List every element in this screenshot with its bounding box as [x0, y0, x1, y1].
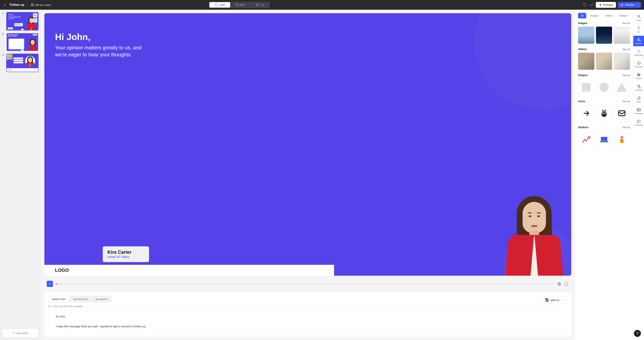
tool-templates[interactable]: Templates: [633, 106, 644, 116]
sparkle-icon: [636, 84, 641, 89]
presenter-name: Kira Carter: [108, 249, 132, 255]
tool-interactivity[interactable]: Interactivity: [633, 47, 644, 58]
progress-knob[interactable]: [55, 283, 58, 285]
speaker-icon: [621, 3, 624, 6]
svg-rect-13: [619, 111, 625, 116]
add-slide-button[interactable]: + Add slide: [2, 329, 38, 338]
us-flag-icon: [545, 298, 549, 302]
timer-off-icon[interactable]: [557, 282, 561, 286]
preview-button[interactable]: Preview: [596, 2, 616, 8]
help-button[interactable]: ?: [634, 330, 641, 337]
filter-scroll-right[interactable]: [625, 13, 630, 18]
speech-text-editor[interactable]: Hi John, I hope this message finds you w…: [48, 310, 568, 333]
images-see-all[interactable]: See all: [622, 22, 630, 25]
filter-all[interactable]: All: [578, 13, 586, 18]
tool-elements[interactable]: Elements: [633, 36, 644, 46]
video-asset[interactable]: [596, 53, 612, 70]
shape-circle[interactable]: [596, 79, 612, 96]
svg-point-20: [638, 74, 639, 75]
page-title: Follow up: [10, 3, 24, 6]
image-asset[interactable]: [578, 27, 594, 44]
svg-point-21: [638, 99, 638, 99]
canvas-title: Hi John,: [55, 32, 152, 42]
filter-videos[interactable]: Videos: [602, 13, 616, 18]
play-button[interactable]: [47, 281, 53, 287]
canvas[interactable]: Hi John, Your opinion matters greatly to…: [44, 13, 571, 276]
icon-arrow[interactable]: [578, 105, 594, 122]
tool-comments[interactable]: Comments: [633, 117, 644, 128]
sticker-person[interactable]: [614, 131, 630, 148]
slide-2[interactable]: 2 Revolutionizing online selling LOGO: [2, 33, 38, 51]
tool-record[interactable]: Record: [633, 71, 644, 81]
shape-triangle[interactable]: [614, 79, 630, 96]
slides-panel: 1 Hi John, Your opinion matters greatly …: [0, 10, 41, 340]
sticker-laptop[interactable]: [596, 131, 612, 148]
sticker-chart[interactable]: [578, 131, 594, 148]
slide-1-thumb[interactable]: Hi John, Your opinion matters greatly to…: [6, 12, 38, 30]
images-section: Images See all: [578, 21, 630, 44]
icon-mail[interactable]: [614, 105, 630, 122]
icons-section: Icons See all: [578, 100, 630, 122]
svg-rect-23: [637, 108, 640, 111]
portrait-icon: [236, 3, 238, 6]
canvas-area: Hi John, Your opinion matters greatly to…: [41, 10, 575, 340]
slide-2-thumb[interactable]: Revolutionizing online selling LOGO: [6, 33, 38, 51]
icons-see-all[interactable]: See all: [622, 100, 630, 103]
slide-1[interactable]: 1 Hi John, Your opinion matters greatly …: [2, 12, 38, 30]
delete-slide-button[interactable]: [33, 18, 37, 22]
image-asset[interactable]: [596, 27, 612, 44]
aspect-9-16-tab[interactable]: 9:16: [230, 2, 250, 7]
edit-as-story-label: Edit as a story: [35, 3, 51, 6]
shape-square[interactable]: [578, 79, 594, 96]
name-card[interactable]: Kira Carter Head of Sales: [103, 246, 149, 262]
videos-see-all[interactable]: See all: [622, 48, 630, 51]
video-asset[interactable]: [614, 53, 630, 70]
avatar-figure[interactable]: [503, 194, 566, 276]
duplicate-slide-button[interactable]: [33, 13, 37, 17]
shapes-section: Shapes See all: [578, 74, 630, 96]
slide-3-thumb[interactable]: LOGO: [6, 54, 38, 72]
svg-point-22: [639, 98, 640, 99]
tool-avatar[interactable]: Avatar: [633, 12, 644, 23]
upload-voice-tab[interactable]: Upload voice: [70, 296, 91, 302]
playback-bar: [44, 279, 571, 289]
svg-rect-5: [35, 15, 36, 16]
aspect-16-9-tab[interactable]: 16:9: [209, 2, 230, 7]
svg-point-18: [638, 15, 639, 16]
filter-images[interactable]: Images: [588, 13, 601, 18]
render-button[interactable]: Render: [618, 2, 641, 8]
undo-button[interactable]: [582, 2, 587, 7]
collapse-panel-button[interactable]: [575, 78, 576, 86]
canvas-text-block[interactable]: Hi John, Your opinion matters greatly to…: [55, 32, 152, 58]
square-icon: [256, 3, 259, 6]
main-area: 1 Hi John, Your opinion matters greatly …: [0, 10, 644, 340]
shapes-see-all[interactable]: See all: [622, 74, 630, 77]
progress-bar[interactable]: [55, 283, 555, 284]
record-icon: [636, 73, 641, 77]
voice-selector[interactable]: Jane (U...: [543, 297, 568, 304]
back-button[interactable]: [3, 3, 6, 6]
icon-medal[interactable]: [596, 105, 612, 122]
tool-my-assets[interactable]: My Assets: [633, 59, 644, 70]
avatar-icon: [636, 14, 641, 19]
tool-music[interactable]: Music: [633, 94, 644, 105]
landscape-icon: [215, 4, 218, 6]
slide-3[interactable]: 3 LOGO: [2, 54, 38, 72]
tools-rail: Avatar Text Elements Interactivity My As…: [633, 10, 644, 340]
comment-icon: [636, 119, 641, 124]
image-icon: [636, 108, 641, 112]
speech-text-tab[interactable]: Speech text: [48, 296, 69, 302]
video-asset[interactable]: [578, 53, 594, 70]
tool-animation[interactable]: Animation: [633, 82, 644, 93]
edit-as-story-button[interactable]: Edit as a story: [31, 3, 51, 6]
stickers-see-all[interactable]: See all: [622, 126, 630, 129]
saved-indicator: [589, 2, 594, 7]
play-icon: [599, 3, 602, 6]
no-speech-tab[interactable]: No speech: [92, 296, 111, 302]
color-picker-button[interactable]: [564, 281, 569, 287]
image-asset[interactable]: [614, 27, 630, 44]
logo[interactable]: LOGO: [55, 268, 69, 273]
aspect-1-1-tab[interactable]: 1:1: [250, 2, 270, 7]
cloud-icon: [636, 61, 641, 65]
tool-text[interactable]: Text: [633, 24, 644, 35]
